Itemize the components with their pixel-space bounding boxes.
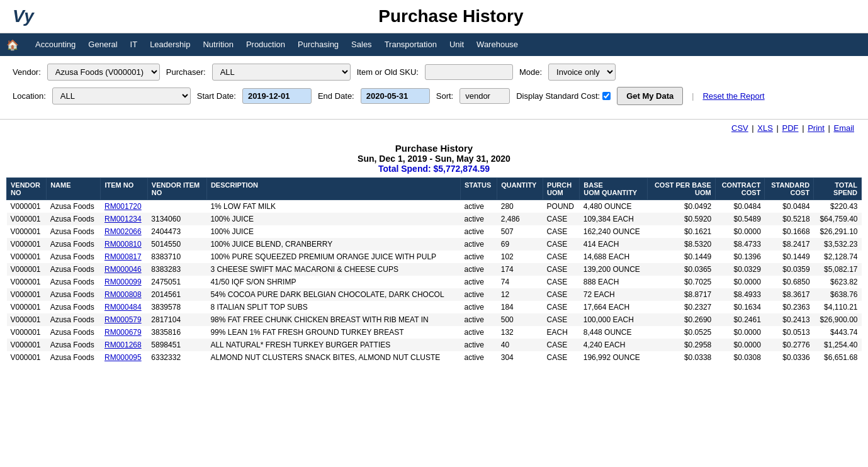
nav-item-unit[interactable]: Unit [443, 40, 470, 49]
display-standard-checkbox[interactable] [602, 92, 611, 100]
cell-name: Azusa Foods [47, 200, 101, 213]
cell-cost_per_base_uom: $8.8717 [647, 288, 715, 301]
cell-description: ALMOND NUT CLUSTERS SNACK BITES, ALMOND … [206, 351, 460, 364]
cell-cost_per_base_uom: $0.1449 [647, 250, 715, 263]
export-csv-link[interactable]: CSV [731, 123, 748, 133]
cell-vendor_no: V000001 [7, 200, 47, 213]
nav-item-transportation[interactable]: Transportation [378, 40, 443, 49]
start-date-input[interactable] [242, 88, 312, 104]
cell-item_no[interactable]: RM000046 [101, 263, 147, 276]
cell-vendor_no: V000001 [7, 351, 47, 364]
cell-vendor_no: V000001 [7, 213, 47, 225]
vendor-select[interactable]: Azusa Foods (V000001) [47, 64, 160, 81]
item-link[interactable]: RM000810 [104, 240, 142, 249]
cell-description: 8 ITALIAN SPLIT TOP SUBS [206, 301, 460, 313]
cell-quantity: 12 [497, 288, 543, 301]
nav-item-warehouse[interactable]: Warehouse [470, 40, 524, 49]
item-link[interactable]: RM000046 [104, 265, 142, 274]
cell-item_no[interactable]: RM000810 [101, 238, 147, 250]
export-print-link[interactable]: Print [808, 123, 825, 133]
item-link[interactable]: RM000679 [104, 328, 142, 337]
cell-total_spend: $623.82 [814, 276, 862, 288]
item-link[interactable]: RM000808 [104, 290, 142, 299]
cell-standard_cost: $0.1668 [765, 225, 814, 238]
purchaser-select[interactable]: ALL [212, 64, 351, 81]
cell-total_spend: $2,128.74 [814, 250, 862, 263]
table-row: V000001Azusa FoodsRM00048438395788 ITALI… [7, 301, 862, 313]
export-links: CSV | XLS | PDF | Print | Email [730, 123, 855, 133]
export-email-link[interactable]: Email [833, 123, 854, 133]
mode-select[interactable]: Invoice only [548, 64, 616, 81]
cell-base_uom_qty: 196,992 OUNCE [580, 351, 647, 364]
cell-item_no[interactable]: RM000099 [101, 276, 147, 288]
nav-item-purchasing[interactable]: Purchasing [291, 40, 345, 49]
top-header: Vy Purchase History [0, 0, 868, 33]
get-data-button[interactable]: Get My Data [617, 87, 683, 105]
item-link[interactable]: RM001720 [104, 202, 142, 211]
nav-item-nutrition[interactable]: Nutrition [196, 40, 239, 49]
cell-cost_per_base_uom: $0.2327 [647, 301, 715, 313]
item-link[interactable]: RM000579 [104, 315, 142, 324]
col-header-total_spend: TOTAL SPEND [814, 178, 862, 200]
cell-name: Azusa Foods [47, 313, 101, 326]
cell-standard_cost: $0.2413 [765, 313, 814, 326]
nav-item-it[interactable]: IT [124, 40, 144, 49]
purchaser-label: Purchaser: [166, 67, 206, 77]
cell-item_no[interactable]: RM001268 [101, 339, 147, 351]
filter-bar: Vendor: Azusa Foods (V000001) Purchaser:… [0, 56, 868, 120]
cell-vendor_item_no: 6332332 [147, 351, 206, 364]
nav-item-general[interactable]: General [82, 40, 123, 49]
item-link[interactable]: RM000095 [104, 353, 142, 362]
cell-base_uom_qty: 100,000 EACH [580, 313, 647, 326]
item-link[interactable]: RM000099 [104, 278, 142, 286]
cell-vendor_no: V000001 [7, 276, 47, 288]
col-header-base_uom_qty: BASE UOM QUANTITY [580, 178, 647, 200]
cell-cost_per_base_uom: $0.1621 [647, 225, 715, 238]
cell-contract_cost: $0.0308 [715, 351, 765, 364]
item-link[interactable]: RM000484 [104, 303, 142, 312]
cell-item_no[interactable]: RM000579 [101, 313, 147, 326]
cell-item_no[interactable]: RM002066 [101, 225, 147, 238]
end-date-label: End Date: [318, 91, 354, 101]
col-header-standard_cost: STANDARD COST [765, 178, 814, 200]
sort-input[interactable] [459, 88, 510, 104]
item-sku-input[interactable] [425, 64, 513, 80]
location-select[interactable]: ALL [52, 87, 191, 104]
cell-base_uom_qty: 14,688 EACH [580, 250, 647, 263]
cell-item_no[interactable]: RM000484 [101, 301, 147, 313]
cell-standard_cost: $0.2363 [765, 301, 814, 313]
export-xls-link[interactable]: XLS [757, 123, 773, 133]
home-icon[interactable]: 🏠 [6, 39, 19, 51]
reset-report-link[interactable]: Reset the Report [702, 91, 764, 101]
nav-item-leadership[interactable]: Leadership [144, 40, 196, 49]
table-row: V000001Azusa FoodsRM0000956332332ALMOND … [7, 351, 862, 364]
cell-item_no[interactable]: RM000817 [101, 250, 147, 263]
export-pdf-link[interactable]: PDF [782, 123, 799, 133]
cell-item_no[interactable]: RM001720 [101, 200, 147, 213]
item-link[interactable]: RM001234 [104, 215, 142, 223]
item-link[interactable]: RM002066 [104, 227, 142, 236]
cell-vendor_no: V000001 [7, 313, 47, 326]
start-date-label: Start Date: [197, 91, 236, 101]
nav-item-sales[interactable]: Sales [345, 40, 378, 49]
end-date-input[interactable] [361, 88, 430, 104]
nav-item-production[interactable]: Production [240, 40, 291, 49]
sort-label: Sort: [436, 91, 453, 101]
table-row: V000001Azusa FoodsRM000099247505141/50 I… [7, 276, 862, 288]
cell-base_uom_qty: 162,240 OUNCE [580, 225, 647, 238]
cell-item_no[interactable]: RM000808 [101, 288, 147, 301]
cell-standard_cost: $0.0513 [765, 326, 814, 339]
cell-item_no[interactable]: RM001234 [101, 213, 147, 225]
cell-description: ALL NATURAL* FRESH TURKEY BURGER PATTIES [206, 339, 460, 351]
col-header-status: STATUS [460, 178, 497, 200]
cell-standard_cost: $8.3617 [765, 288, 814, 301]
item-link[interactable]: RM000817 [104, 252, 142, 261]
nav-item-accounting[interactable]: Accounting [29, 40, 82, 49]
cell-item_no[interactable]: RM000095 [101, 351, 147, 364]
item-link[interactable]: RM001268 [104, 340, 142, 349]
cell-item_no[interactable]: RM000679 [101, 326, 147, 339]
cell-vendor_item_no: 3835816 [147, 326, 206, 339]
cell-standard_cost: $0.0484 [765, 200, 814, 213]
cell-cost_per_base_uom: $0.0525 [647, 326, 715, 339]
cell-contract_cost: $0.0000 [715, 339, 765, 351]
